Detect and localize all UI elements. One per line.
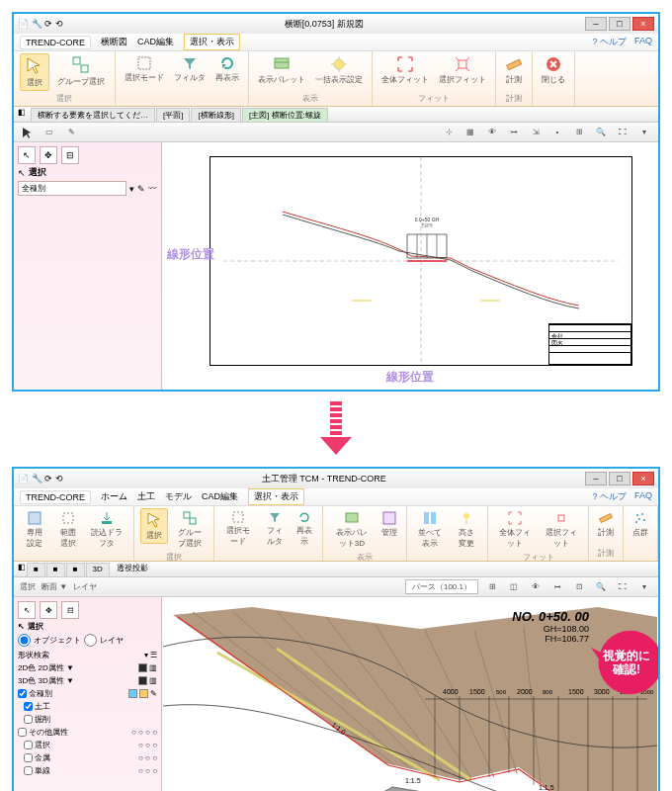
tab-nav-icon[interactable]: ◧ [18, 563, 26, 576]
doctab[interactable]: ■ [66, 563, 85, 576]
display-palette-button[interactable]: 表示パレット [255, 53, 308, 87]
doctab[interactable]: ■ [46, 563, 65, 576]
tree-row[interactable]: 単線○ ○ ○ [18, 764, 157, 777]
product-tab[interactable]: TREND-CORE [20, 490, 91, 504]
doctab[interactable]: [横断線形] [191, 108, 240, 122]
height-button[interactable]: 高さ変更 [452, 508, 481, 551]
tile-button[interactable]: 並べて表示 [413, 508, 449, 551]
subtab[interactable]: レイヤ [73, 581, 97, 592]
help-link[interactable]: ? ヘルプ [592, 36, 627, 48]
tool-icon[interactable]: ↦ [549, 579, 565, 595]
tree-row[interactable]: 土工 [18, 700, 157, 713]
tool-icon[interactable]: ⊞ [484, 579, 500, 595]
zoom-icon[interactable]: 🔍 [593, 579, 609, 595]
doctab[interactable]: 横断する要素を選択してくだ… [31, 108, 155, 122]
eye-icon[interactable]: 👁 [528, 579, 544, 595]
tool-icon[interactable]: • [549, 125, 565, 140]
measure-button[interactable]: 計測 [502, 53, 526, 87]
cursor-tool-icon[interactable] [20, 125, 36, 140]
help-link[interactable]: ? ヘルプ [592, 490, 627, 503]
tab-nav-icon[interactable]: ◧ [18, 108, 26, 122]
select-mode-button[interactable]: 選択モード [220, 508, 255, 549]
settings-button[interactable]: 専用設定 [20, 508, 49, 551]
menu-item[interactable]: 土工 [137, 490, 155, 503]
close-ribbon-button[interactable]: 閉じる [539, 53, 568, 87]
range-button[interactable]: 範囲選択 [53, 508, 83, 551]
filter-button[interactable]: フィルタ [260, 508, 290, 549]
tree-row[interactable]: 選択○ ○ ○ [18, 739, 157, 751]
pan-icon[interactable]: ✥ [40, 601, 57, 619]
select-button[interactable]: 選択 [20, 53, 49, 91]
arrow-icon[interactable]: ↦ [506, 125, 522, 140]
menu-item[interactable]: 横断図 [101, 36, 127, 48]
menu-item[interactable]: CAD編集 [137, 36, 174, 48]
menu-item-active[interactable]: 選択・表示 [248, 488, 304, 505]
tree-row[interactable]: 2D色 2D属性 ▼ ▥ [18, 661, 157, 674]
dropdown-arrow-icon[interactable]: ▾ [129, 184, 134, 194]
toggle-row[interactable]: オブジェクト レイヤ [18, 634, 157, 647]
toggle-icon[interactable]: ⊟ [61, 146, 79, 164]
manage-button[interactable]: 管理 [378, 508, 400, 540]
fit-select-button[interactable]: 選択フィット [436, 53, 489, 87]
min-button[interactable]: – [585, 472, 607, 485]
ortho-icon[interactable]: ⇲ [528, 125, 544, 140]
tool-icon[interactable]: ▾ [636, 579, 652, 595]
snap-icon[interactable]: ⊹ [441, 125, 457, 140]
type-dropdown[interactable]: 全種別 [18, 181, 126, 196]
filter-button[interactable]: フィルタ [171, 53, 209, 85]
eye-icon[interactable]: 👁 [484, 125, 500, 140]
doctab-active[interactable]: [主図] 横断位置:螺旋 [242, 108, 328, 122]
tree-row[interactable]: 掘削 [18, 713, 157, 726]
doctab[interactable]: ■ [27, 563, 45, 576]
palette3d-button[interactable]: 表示パレット3D [329, 508, 374, 551]
fit-select-button[interactable]: 選択フィット [541, 508, 582, 551]
pen-icon[interactable]: ✎ [137, 184, 145, 194]
clear-icon[interactable]: 〰 [148, 184, 157, 194]
subtab[interactable]: 断面 ▼ [42, 581, 67, 592]
layer-radio[interactable] [84, 634, 97, 647]
tree-row[interactable]: 形状検索▾ ☰ [18, 649, 157, 661]
fit-icon[interactable]: ⛶ [615, 579, 630, 595]
select-tool-icon[interactable]: ▭ [42, 125, 57, 140]
doctab[interactable]: [平面] [156, 108, 190, 122]
product-tab[interactable]: TREND-CORE [20, 36, 91, 49]
pen-tool-icon[interactable]: ✎ [63, 125, 79, 140]
group-select-button[interactable]: グループ選択 [172, 508, 208, 551]
cursor-icon[interactable]: ↖ [18, 601, 36, 619]
fit-all-button[interactable]: 全体フィット [378, 53, 432, 87]
drawing-canvas[interactable]: 0.0+50 GH 主記号 線形位置 会社図名 線形位置 [162, 142, 658, 390]
select-button[interactable]: 選択 [140, 508, 168, 544]
min-button[interactable]: – [585, 17, 607, 31]
menu-item[interactable]: ホーム [101, 490, 127, 503]
3d-viewport[interactable]: 4000 1500 500 2000 800 1500 3000 1000 10… [162, 597, 658, 791]
object-radio[interactable] [18, 634, 31, 647]
subtab[interactable]: 選択 [20, 581, 36, 592]
fit-all-button[interactable]: 全体フィット [494, 508, 536, 551]
max-button[interactable]: □ [609, 17, 630, 31]
close-button[interactable]: × [632, 472, 654, 485]
tool-icon[interactable]: ▾ [636, 125, 652, 140]
measure-button[interactable]: 計測 [595, 508, 617, 540]
toggle-icon[interactable]: ⊟ [61, 601, 79, 619]
tree-row[interactable]: その他属性○ ○ ○ ○ [18, 726, 157, 739]
tree-row[interactable]: 金属○ ○ ○ [18, 751, 157, 764]
refresh-button[interactable]: 再表示 [212, 53, 242, 85]
select-mode-button[interactable]: 選択モード [122, 53, 167, 85]
faq-link[interactable]: FAQ [634, 490, 652, 503]
tool-icon[interactable]: ⊞ [571, 125, 587, 140]
doctab[interactable]: 3D [86, 563, 110, 576]
pointcloud-button[interactable]: 点群 [630, 508, 651, 540]
tree-row[interactable]: 金種別✎ [18, 687, 157, 700]
bulk-display-button[interactable]: 一括表示設定 [312, 53, 366, 87]
tree-row[interactable]: 3D色 3D属性 ▼ ▥ [18, 674, 157, 687]
fit-icon[interactable]: ⛶ [615, 125, 630, 140]
refresh-button[interactable]: 再表示 [293, 508, 316, 549]
group-select-button[interactable]: グループ選択 [53, 53, 109, 89]
cursor-icon[interactable]: ↖ [18, 146, 36, 164]
tool-icon[interactable]: ⊡ [571, 579, 587, 595]
close-button[interactable]: × [632, 17, 654, 31]
menu-item[interactable]: CAD編集 [202, 490, 238, 503]
max-button[interactable]: □ [609, 472, 630, 485]
faq-link[interactable]: FAQ [634, 36, 652, 48]
import-button[interactable]: 読込ドラフタ [87, 508, 128, 551]
